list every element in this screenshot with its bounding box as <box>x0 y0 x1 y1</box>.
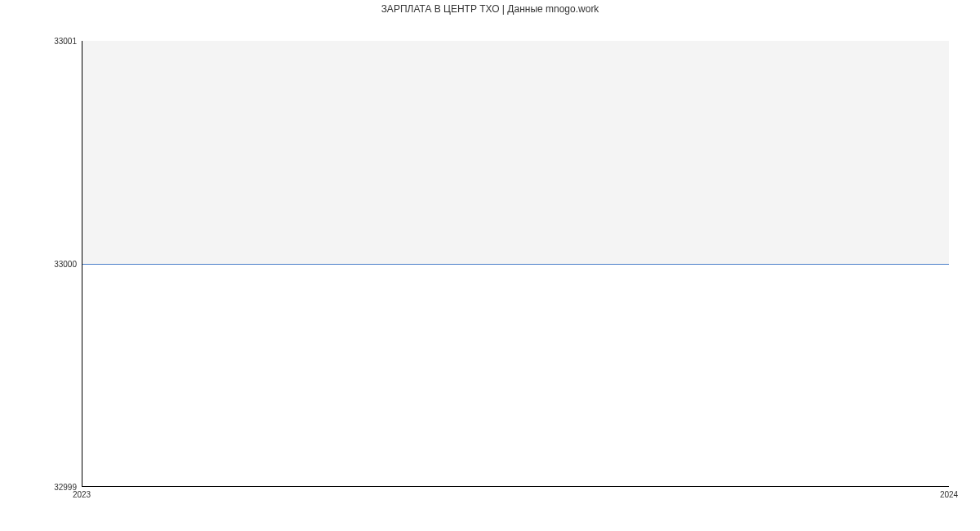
grid-band <box>82 41 949 264</box>
chart-container: ЗАРПЛАТА В ЦЕНТР ТХО | Данные mnogo.work… <box>0 0 980 531</box>
data-line <box>82 264 949 265</box>
x-tick-label: 2024 <box>940 487 958 499</box>
y-tick-label: 33000 <box>54 260 82 269</box>
y-tick-label: 33001 <box>54 37 82 46</box>
x-axis <box>82 486 949 487</box>
plot-area: 33001 33000 32999 2023 2024 <box>82 41 949 487</box>
y-axis <box>82 41 82 487</box>
chart-title: ЗАРПЛАТА В ЦЕНТР ТХО | Данные mnogo.work <box>0 3 980 15</box>
x-tick-label: 2023 <box>73 487 91 499</box>
